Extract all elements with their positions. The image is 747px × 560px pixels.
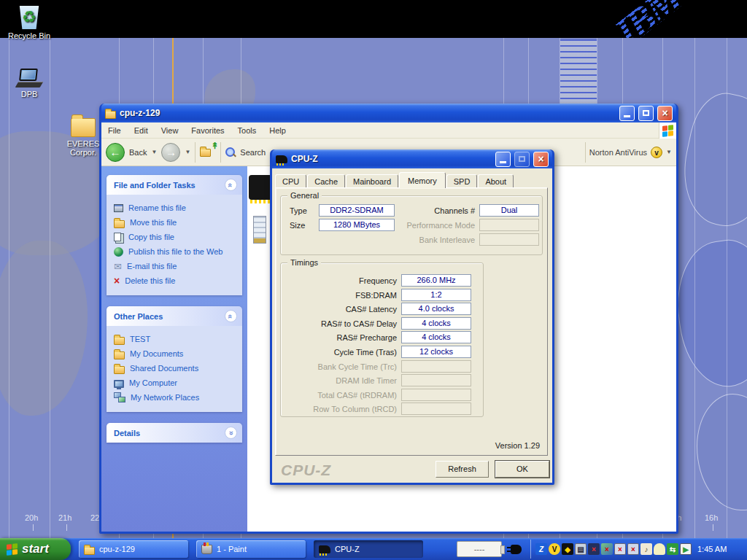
bank-cycle-value: [401, 360, 471, 373]
file-tasks-panel: File and Folder Tasks « Rename this file…: [107, 175, 242, 295]
taskbar-clock[interactable]: 1:45 AM: [697, 545, 727, 553]
forward-button[interactable]: →: [161, 143, 180, 162]
refresh-button[interactable]: Refresh: [436, 461, 489, 478]
task-publish-file[interactable]: Publish this file to the Web: [114, 244, 239, 259]
close-button[interactable]: ×: [533, 152, 549, 167]
forward-dropdown-caret[interactable]: ▼: [185, 149, 190, 155]
minimize-button[interactable]: [495, 152, 511, 167]
task-copy-file[interactable]: Copy this file: [114, 230, 239, 244]
place-label: TEST: [130, 335, 150, 343]
norton-icon[interactable]: ◆: [562, 543, 573, 555]
folder-icon: [105, 111, 116, 119]
place-test[interactable]: TEST: [114, 332, 239, 346]
tab-cache[interactable]: Cache: [307, 174, 345, 187]
maximize-button[interactable]: [638, 106, 654, 121]
back-label[interactable]: Back: [129, 148, 147, 157]
ghost-icon[interactable]: [654, 543, 665, 555]
place-shared-documents[interactable]: Shared Documents: [114, 361, 239, 376]
total-cas-label: Total CAS# (tRDRAM): [284, 391, 397, 400]
battery-meter[interactable]: ----: [457, 541, 502, 557]
menu-favorites[interactable]: Favorites: [185, 126, 231, 135]
windows-logo-icon: [659, 122, 676, 139]
v-shield-icon[interactable]: V: [549, 543, 560, 555]
cpuz-titlebar[interactable]: CPU-Z ×: [272, 149, 552, 168]
email-icon: ✉: [114, 262, 122, 271]
frequency-label: Frequency: [284, 276, 397, 285]
search-icon[interactable]: [225, 147, 236, 158]
task-move-file[interactable]: Move this file: [114, 215, 239, 230]
menu-help[interactable]: Help: [263, 126, 293, 135]
volume-icon[interactable]: ♪: [640, 543, 652, 555]
wallpaper-landmass: [0, 241, 88, 416]
toolbar-separator: [585, 142, 586, 163]
menu-file[interactable]: File: [101, 126, 128, 135]
place-my-computer[interactable]: My Computer: [114, 376, 239, 390]
net-error-icon[interactable]: ×: [601, 543, 613, 555]
tab-spd[interactable]: SPD: [446, 174, 478, 187]
other-places-header[interactable]: Other Places «: [107, 306, 242, 326]
place-my-documents[interactable]: My Documents: [114, 346, 239, 361]
task-delete-file[interactable]: × Delete this file: [114, 273, 239, 288]
update-icon[interactable]: ⇆: [667, 543, 678, 555]
cas-latency-value: 4.0 clocks: [401, 303, 471, 315]
audio-error-icon[interactable]: ×: [627, 543, 639, 555]
row-to-column-label: Row To Column (tRCD): [284, 405, 397, 413]
cpuz-window: CPU-Z × CPU Cache Mainboard Memory SPD A…: [270, 149, 554, 485]
details-header[interactable]: Details «: [107, 423, 242, 443]
wallpaper-black-band: IBM: [0, 0, 747, 38]
up-folder-button[interactable]: ↟: [200, 146, 216, 158]
tab-about[interactable]: About: [478, 174, 514, 187]
close-button[interactable]: ×: [657, 106, 673, 121]
task-label: 1 - Paint: [217, 545, 247, 553]
maximize-button[interactable]: [514, 152, 530, 167]
start-button[interactable]: start: [0, 538, 71, 560]
network-icon[interactable]: ▤: [575, 543, 587, 555]
hour-tick: [33, 524, 34, 531]
fsb-dram-label: FSB:DRAM: [284, 291, 397, 300]
performance-mode-value: [479, 219, 539, 231]
tab-memory[interactable]: Memory: [399, 172, 446, 188]
ibm-logo: IBM: [608, 0, 688, 38]
removable-flag-icon[interactable]: ▶: [680, 543, 692, 555]
menu-view[interactable]: View: [155, 126, 185, 135]
chevron-down-icon[interactable]: «: [225, 427, 237, 439]
up-arrow-icon: ↟: [211, 141, 218, 151]
computer-error-icon[interactable]: ×: [614, 543, 626, 555]
ok-button[interactable]: OK: [495, 461, 549, 478]
taskbar-task-paint[interactable]: 1 - Paint: [196, 540, 306, 558]
taskbar-task-explorer[interactable]: cpu-z-129: [79, 540, 188, 558]
tab-cpu[interactable]: CPU: [275, 174, 306, 187]
task-email-file[interactable]: ✉ E-mail this file: [114, 259, 239, 273]
search-label[interactable]: Search: [240, 148, 266, 157]
norton-antivirus-control[interactable]: Norton AntiVirus v ▼: [585, 142, 672, 163]
desktop-icon-label: Recycle Bin: [1, 31, 57, 40]
folder-icon: [114, 337, 125, 345]
back-button[interactable]: ←: [106, 143, 125, 162]
minimize-button[interactable]: [619, 106, 635, 121]
explorer-titlebar[interactable]: cpu-z-129 ×: [101, 104, 676, 122]
task-rename-file[interactable]: Rename this file: [114, 201, 239, 215]
taskbar-task-cpuz[interactable]: CPU-Z: [314, 540, 423, 558]
chevron-up-icon[interactable]: «: [225, 179, 237, 191]
ac-power-icon[interactable]: [511, 545, 522, 554]
menu-edit[interactable]: Edit: [128, 126, 155, 135]
delete-icon: ×: [114, 276, 120, 286]
chevron-up-icon[interactable]: «: [225, 310, 237, 322]
chip-icon: [276, 155, 287, 163]
file-tasks-header[interactable]: File and Folder Tasks «: [107, 175, 242, 195]
copy-icon: [114, 233, 121, 241]
tab-mainboard[interactable]: Mainboard: [346, 174, 398, 187]
hour-label: 21h: [58, 513, 71, 522]
zonealarm-icon[interactable]: Z: [535, 543, 547, 555]
back-dropdown-caret[interactable]: ▼: [151, 149, 157, 155]
wallpaper-country-outline: [669, 235, 747, 392]
desktop-icon-dpb[interactable]: DPB: [1, 61, 57, 98]
ram-file-icon[interactable]: [253, 216, 266, 244]
norton-dropdown-caret[interactable]: ▼: [666, 149, 672, 155]
task-label: Rename this file: [128, 203, 186, 212]
desktop-icon-recycle-bin[interactable]: ♻ Recycle Bin: [1, 3, 57, 40]
place-my-network[interactable]: My Network Places: [114, 390, 239, 405]
hour-label: 20h: [25, 513, 38, 522]
menu-tools[interactable]: Tools: [231, 126, 263, 135]
task-error-icon[interactable]: ×: [588, 543, 600, 555]
